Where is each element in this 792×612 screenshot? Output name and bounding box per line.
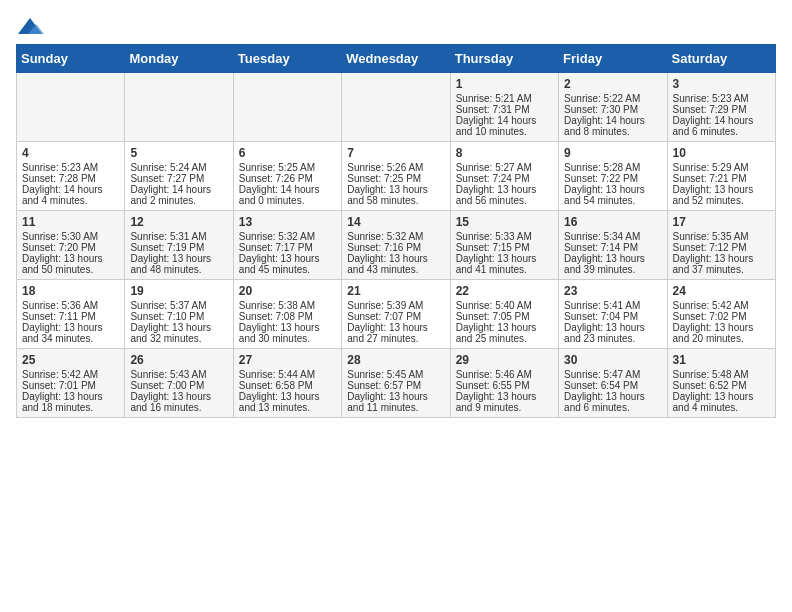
cell-line: and 37 minutes. [673, 264, 770, 275]
cell-line: Daylight: 13 hours [347, 184, 444, 195]
cell-line: and 32 minutes. [130, 333, 227, 344]
day-number: 9 [564, 146, 661, 160]
cell-line: Sunset: 6:57 PM [347, 380, 444, 391]
cell-line: Sunrise: 5:36 AM [22, 300, 119, 311]
calendar-cell: 3Sunrise: 5:23 AMSunset: 7:29 PMDaylight… [667, 73, 775, 142]
cell-line: and 34 minutes. [22, 333, 119, 344]
cell-line: and 18 minutes. [22, 402, 119, 413]
cell-line: Sunrise: 5:21 AM [456, 93, 553, 104]
cell-line: and 20 minutes. [673, 333, 770, 344]
cell-line: Sunrise: 5:40 AM [456, 300, 553, 311]
cell-line: and 10 minutes. [456, 126, 553, 137]
cell-line: Daylight: 13 hours [239, 322, 336, 333]
cell-line: Daylight: 13 hours [130, 322, 227, 333]
cell-line: and 30 minutes. [239, 333, 336, 344]
cell-line: Daylight: 13 hours [239, 391, 336, 402]
cell-line: Sunset: 7:00 PM [130, 380, 227, 391]
calendar-cell: 12Sunrise: 5:31 AMSunset: 7:19 PMDayligh… [125, 211, 233, 280]
calendar-cell: 16Sunrise: 5:34 AMSunset: 7:14 PMDayligh… [559, 211, 667, 280]
day-number: 3 [673, 77, 770, 91]
cell-line: Sunrise: 5:26 AM [347, 162, 444, 173]
calendar-cell [233, 73, 341, 142]
cell-line: and 27 minutes. [347, 333, 444, 344]
cell-line: Sunset: 7:07 PM [347, 311, 444, 322]
cell-line: Sunrise: 5:46 AM [456, 369, 553, 380]
calendar-cell [342, 73, 450, 142]
calendar-cell: 9Sunrise: 5:28 AMSunset: 7:22 PMDaylight… [559, 142, 667, 211]
cell-line: Daylight: 13 hours [130, 391, 227, 402]
cell-line: Sunset: 7:11 PM [22, 311, 119, 322]
cell-line: Sunset: 7:04 PM [564, 311, 661, 322]
cell-line: Daylight: 13 hours [673, 322, 770, 333]
cell-line: and 6 minutes. [673, 126, 770, 137]
calendar-cell: 23Sunrise: 5:41 AMSunset: 7:04 PMDayligh… [559, 280, 667, 349]
cell-line: Sunset: 7:14 PM [564, 242, 661, 253]
cell-line: Daylight: 13 hours [239, 253, 336, 264]
cell-line: Sunset: 6:54 PM [564, 380, 661, 391]
day-number: 23 [564, 284, 661, 298]
day-number: 17 [673, 215, 770, 229]
day-number: 6 [239, 146, 336, 160]
cell-line: Sunset: 7:27 PM [130, 173, 227, 184]
weekday-header-saturday: Saturday [667, 45, 775, 73]
cell-line: and 39 minutes. [564, 264, 661, 275]
day-number: 30 [564, 353, 661, 367]
cell-line: Sunrise: 5:22 AM [564, 93, 661, 104]
cell-line: and 23 minutes. [564, 333, 661, 344]
cell-line: and 54 minutes. [564, 195, 661, 206]
cell-line: Daylight: 13 hours [347, 322, 444, 333]
cell-line: Sunset: 7:21 PM [673, 173, 770, 184]
calendar-table: SundayMondayTuesdayWednesdayThursdayFrid… [16, 44, 776, 418]
calendar-cell: 7Sunrise: 5:26 AMSunset: 7:25 PMDaylight… [342, 142, 450, 211]
cell-line: and 8 minutes. [564, 126, 661, 137]
weekday-header-monday: Monday [125, 45, 233, 73]
calendar-cell: 19Sunrise: 5:37 AMSunset: 7:10 PMDayligh… [125, 280, 233, 349]
day-number: 20 [239, 284, 336, 298]
day-number: 26 [130, 353, 227, 367]
cell-line: Sunrise: 5:31 AM [130, 231, 227, 242]
weekday-header-wednesday: Wednesday [342, 45, 450, 73]
weekday-header-row: SundayMondayTuesdayWednesdayThursdayFrid… [17, 45, 776, 73]
day-number: 28 [347, 353, 444, 367]
cell-line: Daylight: 13 hours [673, 184, 770, 195]
cell-line: Sunset: 7:15 PM [456, 242, 553, 253]
cell-line: and 4 minutes. [673, 402, 770, 413]
calendar-cell: 17Sunrise: 5:35 AMSunset: 7:12 PMDayligh… [667, 211, 775, 280]
cell-line: Sunset: 7:25 PM [347, 173, 444, 184]
weekday-header-friday: Friday [559, 45, 667, 73]
calendar-cell: 2Sunrise: 5:22 AMSunset: 7:30 PMDaylight… [559, 73, 667, 142]
cell-line: Sunrise: 5:33 AM [456, 231, 553, 242]
cell-line: Daylight: 13 hours [456, 184, 553, 195]
calendar-cell: 28Sunrise: 5:45 AMSunset: 6:57 PMDayligh… [342, 349, 450, 418]
day-number: 22 [456, 284, 553, 298]
calendar-cell: 20Sunrise: 5:38 AMSunset: 7:08 PMDayligh… [233, 280, 341, 349]
cell-line: Sunset: 7:10 PM [130, 311, 227, 322]
cell-line: Sunset: 7:17 PM [239, 242, 336, 253]
cell-line: Daylight: 13 hours [673, 391, 770, 402]
cell-line: Daylight: 13 hours [456, 391, 553, 402]
day-number: 15 [456, 215, 553, 229]
cell-line: and 50 minutes. [22, 264, 119, 275]
calendar-cell: 18Sunrise: 5:36 AMSunset: 7:11 PMDayligh… [17, 280, 125, 349]
week-row-2: 4Sunrise: 5:23 AMSunset: 7:28 PMDaylight… [17, 142, 776, 211]
cell-line: Sunrise: 5:32 AM [239, 231, 336, 242]
cell-line: Sunset: 7:01 PM [22, 380, 119, 391]
calendar-cell: 15Sunrise: 5:33 AMSunset: 7:15 PMDayligh… [450, 211, 558, 280]
cell-line: Sunrise: 5:37 AM [130, 300, 227, 311]
cell-line: Daylight: 13 hours [347, 253, 444, 264]
cell-line: Sunset: 7:22 PM [564, 173, 661, 184]
day-number: 31 [673, 353, 770, 367]
cell-line: and 48 minutes. [130, 264, 227, 275]
cell-line: Sunrise: 5:35 AM [673, 231, 770, 242]
calendar-cell: 22Sunrise: 5:40 AMSunset: 7:05 PMDayligh… [450, 280, 558, 349]
calendar-cell: 24Sunrise: 5:42 AMSunset: 7:02 PMDayligh… [667, 280, 775, 349]
cell-line: Sunrise: 5:27 AM [456, 162, 553, 173]
cell-line: Daylight: 14 hours [564, 115, 661, 126]
cell-line: Daylight: 13 hours [22, 391, 119, 402]
cell-line: and 13 minutes. [239, 402, 336, 413]
cell-line: Daylight: 14 hours [130, 184, 227, 195]
day-number: 24 [673, 284, 770, 298]
logo [16, 16, 48, 38]
cell-line: Daylight: 13 hours [22, 322, 119, 333]
cell-line: Sunrise: 5:48 AM [673, 369, 770, 380]
